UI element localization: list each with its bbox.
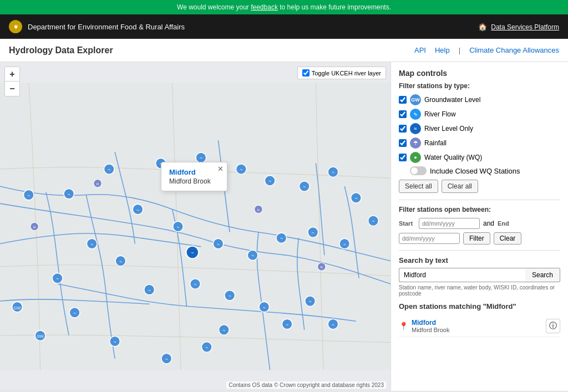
svg-text:R: R: [321, 265, 323, 269]
popup-close-button[interactable]: ✕: [217, 165, 224, 173]
toggle-river-label: Toggle UKCEH river layer: [312, 70, 381, 77]
closed-wq-label: Include Closed WQ Stations: [430, 167, 520, 175]
svg-text:~: ~: [240, 167, 242, 172]
svg-text:~: ~: [309, 299, 312, 304]
svg-text:~: ~: [56, 277, 59, 282]
svg-text:~: ~: [136, 208, 139, 213]
svg-text:~: ~: [191, 251, 194, 256]
page-title: Hydrology Data Explorer: [9, 45, 113, 55]
start-date-input[interactable]: [419, 218, 480, 229]
and-label: and: [483, 220, 494, 227]
svg-text:~: ~: [114, 340, 116, 345]
label-gw: Groundwater Level: [424, 96, 480, 104]
svg-text:R: R: [33, 225, 36, 229]
result-info-button[interactable]: ⓘ: [546, 319, 560, 333]
result-sub: Midford Brook: [412, 327, 449, 333]
icon-rl: ≈: [410, 123, 421, 134]
popup-station-link[interactable]: Midford: [169, 168, 196, 176]
header-nav: API Help | Climate Change Allowances: [414, 46, 559, 54]
clear-date-button[interactable]: Clear: [494, 232, 522, 245]
climate-change-link[interactable]: Climate Change Allowances: [469, 46, 559, 54]
svg-text:~: ~: [354, 196, 357, 201]
top-banner: We would welcome your feedback to help u…: [0, 0, 568, 14]
checkbox-rn[interactable]: [399, 139, 407, 147]
data-services-link[interactable]: Data Services Platform: [491, 23, 559, 31]
svg-text:~: ~: [73, 311, 76, 316]
icon-rf: ∿: [410, 109, 421, 120]
result-name: Midford: [412, 318, 449, 327]
result-item: 📍 Midford Midford Brook ⓘ: [399, 315, 560, 337]
svg-text:R: R: [97, 182, 99, 186]
map-area[interactable]: ~ ~ ~ ~ ~ ~ ~ ~ ~ ~ ~: [0, 62, 390, 391]
closed-wq-row: Include Closed WQ Stations: [410, 166, 560, 175]
svg-text:~: ~: [251, 253, 254, 258]
svg-text:~: ~: [332, 323, 334, 328]
zoom-out-button[interactable]: −: [5, 82, 19, 96]
label-rn: Rainfall: [424, 139, 447, 147]
closed-wq-toggle[interactable]: [410, 166, 427, 175]
result-pin-icon: 📍: [399, 322, 408, 330]
map-zoom-controls: + −: [4, 67, 20, 96]
map-toggle[interactable]: Toggle UKCEH river layer: [297, 67, 386, 79]
search-input[interactable]: [399, 268, 525, 282]
svg-text:~: ~: [108, 167, 110, 172]
navbar-left: ⚜ Department for Environment Food & Rura…: [9, 20, 185, 33]
checkbox-gw[interactable]: [399, 96, 407, 104]
feedback-link[interactable]: feedback: [251, 3, 278, 11]
select-all-button[interactable]: Select all: [399, 180, 438, 193]
filter-row-rn: ☂ Rainfall: [399, 138, 560, 149]
svg-text:GW: GW: [14, 306, 21, 310]
svg-text:~: ~: [205, 345, 208, 350]
svg-text:~: ~: [286, 323, 288, 328]
banner-text-before: We would welcome your: [177, 3, 251, 11]
end-date-input[interactable]: [399, 233, 460, 244]
svg-text:~: ~: [263, 306, 266, 310]
divider-2: [399, 250, 560, 251]
filter-type-label: Filter stations by type:: [399, 82, 560, 90]
divider-1: [399, 200, 560, 200]
home-icon: 🏠: [478, 23, 487, 31]
svg-text:~: ~: [27, 194, 30, 198]
filter-row-gw: GW Groundwater Level: [399, 94, 560, 105]
label-rf: River Flow: [424, 110, 456, 118]
svg-text:~: ~: [148, 288, 151, 293]
zoom-in-button[interactable]: +: [5, 67, 19, 82]
navbar: ⚜ Department for Environment Food & Rura…: [0, 14, 568, 39]
banner-text-after: to help us make future improvements.: [278, 3, 391, 11]
svg-text:~: ~: [303, 185, 306, 190]
result-item-left: 📍 Midford Midford Brook: [399, 318, 449, 333]
result-link[interactable]: Midford: [412, 319, 436, 327]
search-button[interactable]: Search: [525, 268, 560, 282]
filter-row-rf: ∿ River Flow: [399, 109, 560, 120]
search-label: Search by text: [399, 256, 560, 264]
svg-text:~: ~: [200, 156, 202, 161]
label-wq: Water Quality (WQ): [424, 154, 482, 161]
checkbox-rl[interactable]: [399, 125, 407, 133]
results-title: Open stations matching "Midford": [399, 302, 560, 310]
filter-button[interactable]: Filter: [463, 232, 490, 245]
svg-text:~: ~: [332, 170, 334, 175]
svg-text:GW: GW: [37, 334, 44, 339]
help-link[interactable]: Help: [435, 46, 450, 54]
select-clear-row: Select all Clear all: [399, 180, 560, 193]
icon-wq: ●: [410, 152, 421, 163]
svg-text:~: ~: [165, 357, 168, 362]
right-panel: Map controls Filter stations by type: GW…: [390, 62, 568, 391]
svg-text:~: ~: [217, 242, 220, 247]
gov-logo: ⚜: [9, 20, 22, 33]
nav-separator: |: [459, 46, 460, 54]
filter-open-label: Filter stations open between:: [399, 206, 560, 213]
map-copyright: Contains OS data © Crown copyright and d…: [226, 381, 386, 389]
navbar-right: 🏠 Data Services Platform: [478, 23, 559, 31]
toggle-river-layer-checkbox[interactable]: [302, 69, 310, 77]
svg-text:~: ~: [268, 179, 271, 184]
icon-gw: GW: [410, 94, 421, 105]
main-content: ~ ~ ~ ~ ~ ~ ~ ~ ~ ~ ~: [0, 62, 568, 391]
api-link[interactable]: API: [414, 46, 426, 54]
checkbox-wq[interactable]: [399, 154, 407, 161]
filter-row-rl: ≈ River Level Only: [399, 123, 560, 134]
header: Hydrology Data Explorer API Help | Clima…: [0, 39, 568, 62]
clear-all-button[interactable]: Clear all: [442, 180, 478, 193]
checkbox-rf[interactable]: [399, 110, 407, 118]
map-svg: ~ ~ ~ ~ ~ ~ ~ ~ ~ ~ ~: [0, 62, 390, 391]
